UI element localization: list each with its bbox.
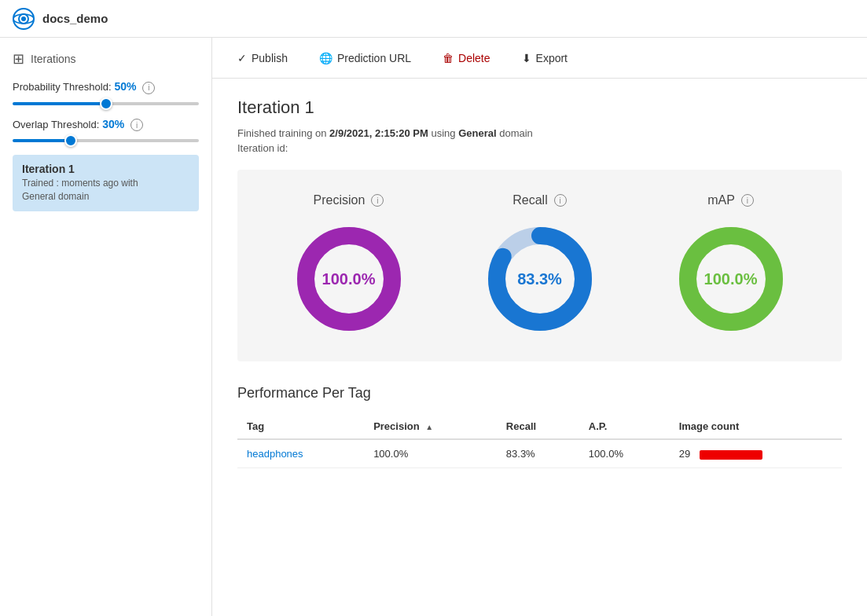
prediction-url-button[interactable]: 🌐 Prediction URL: [313, 47, 417, 69]
main-layout: ⊞ Iterations Probability Threshold: 50% …: [0, 38, 867, 616]
sort-precision-icon: ▲: [425, 423, 433, 431]
map-info-icon[interactable]: i: [741, 194, 754, 207]
table-row: headphones 100.0% 83.3% 100.0% 29: [237, 439, 842, 468]
publish-icon: ✓: [237, 52, 247, 64]
iteration-id: Iteration id:: [237, 142, 842, 154]
content-area: ✓ Publish 🌐 Prediction URL 🗑 Delete ⬇ Ex…: [212, 38, 867, 616]
map-donut: 100.0%: [672, 220, 790, 338]
image-count-bar: [700, 450, 762, 460]
map-metric: mAP i 100.0%: [672, 193, 790, 338]
perf-table: Tag Precision ▲ Recall A.P. Image count …: [237, 414, 842, 468]
recall-cell: 83.3%: [497, 439, 579, 468]
precision-info-icon[interactable]: i: [371, 194, 384, 207]
col-image-count: Image count: [670, 414, 842, 439]
col-ap: A.P.: [579, 414, 670, 439]
probability-slider[interactable]: [13, 102, 199, 105]
app-title: docs_demo: [42, 12, 108, 25]
overlap-slider[interactable]: [13, 139, 199, 142]
map-value: 100.0%: [704, 270, 758, 288]
recall-metric: Recall i 83.3%: [481, 193, 599, 338]
overlap-threshold-label: Overlap Threshold: 30% i: [13, 118, 199, 132]
svg-point-2: [21, 16, 26, 21]
iterations-icon: ⊞: [13, 50, 24, 68]
map-title: mAP i: [707, 193, 754, 207]
metrics-card: Precision i 100.0% Recall: [237, 170, 842, 361]
recall-value: 83.3%: [517, 270, 562, 288]
precision-title: Precision i: [314, 193, 384, 207]
col-recall: Recall: [497, 414, 579, 439]
probability-info-icon[interactable]: i: [142, 82, 155, 94]
iteration-item-desc: Trained : moments ago with General domai…: [22, 177, 189, 204]
sidebar-header: ⊞ Iterations: [13, 50, 199, 68]
page-title: Iteration 1: [237, 97, 842, 118]
precision-value: 100.0%: [322, 270, 376, 288]
recall-donut: 83.3%: [481, 220, 599, 338]
col-precision[interactable]: Precision ▲: [364, 414, 497, 439]
page-content: Iteration 1 Finished training on 2/9/202…: [212, 79, 867, 487]
tag-cell[interactable]: headphones: [237, 439, 364, 468]
training-info: Finished training on 2/9/2021, 2:15:20 P…: [237, 127, 842, 139]
sidebar: ⊞ Iterations Probability Threshold: 50% …: [0, 38, 212, 616]
export-icon: ⬇: [522, 52, 531, 64]
publish-button[interactable]: ✓ Publish: [231, 47, 294, 69]
toolbar: ✓ Publish 🌐 Prediction URL 🗑 Delete ⬇ Ex…: [212, 38, 867, 79]
precision-metric: Precision i 100.0%: [290, 193, 408, 338]
app-logo: [13, 8, 35, 30]
iteration-list-item[interactable]: Iteration 1 Trained : moments ago with G…: [13, 155, 199, 211]
overlap-info-icon[interactable]: i: [130, 119, 143, 131]
iteration-item-name: Iteration 1: [22, 163, 189, 175]
col-tag: Tag: [237, 414, 364, 439]
perf-per-tag-title: Performance Per Tag: [237, 385, 842, 402]
recall-info-icon[interactable]: i: [554, 194, 567, 207]
precision-donut: 100.0%: [290, 220, 408, 338]
probability-threshold-label: Probability Threshold: 50% i: [13, 80, 199, 94]
top-bar: docs_demo: [0, 0, 867, 38]
ap-cell: 100.0%: [579, 439, 670, 468]
table-header-row: Tag Precision ▲ Recall A.P. Image count: [237, 414, 842, 439]
delete-button[interactable]: 🗑 Delete: [436, 47, 496, 69]
delete-icon: 🗑: [443, 52, 454, 64]
export-button[interactable]: ⬇ Export: [516, 47, 574, 69]
threshold-section: Probability Threshold: 50% i Overlap Thr…: [13, 80, 199, 142]
image-count-cell: 29: [670, 439, 842, 468]
probability-value: 50%: [114, 80, 136, 93]
recall-title: Recall i: [512, 193, 566, 207]
overlap-value: 30%: [102, 118, 124, 130]
globe-icon: 🌐: [319, 52, 332, 64]
sidebar-header-label: Iterations: [31, 53, 76, 65]
precision-cell: 100.0%: [364, 439, 497, 468]
